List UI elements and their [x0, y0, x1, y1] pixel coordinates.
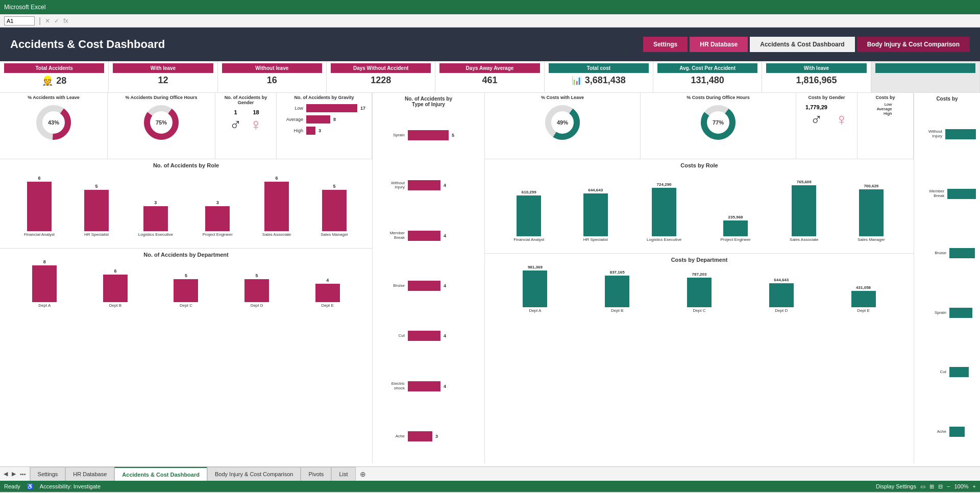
kpi-avg-cost: Avg. Cost Per Accident 131,480: [653, 61, 762, 92]
cost-bar-sales-assoc: [792, 185, 816, 236]
cost-injury-bruise: Bruise: [918, 248, 976, 258]
accidents-gender-title: No. of Accidents by Gender: [217, 95, 274, 105]
kpi-days-without-value: 1228: [331, 75, 431, 86]
status-right: Display Settings ▭ ⊞ ⊟ − 100% +: [876, 483, 976, 490]
status-ready: Ready: [4, 483, 20, 489]
bar-financial-analyst: [27, 182, 52, 231]
costs-gender-title: Costs by Gender: [808, 95, 845, 100]
view-normal-icon[interactable]: ▭: [920, 483, 925, 490]
injury-bruise: Bruise 4: [377, 281, 480, 291]
tab-list[interactable]: List: [331, 467, 355, 481]
cost-bar-dept-e: [851, 291, 876, 307]
kpi-row: Total Accidents 👷 28 With leave 12 Witho…: [0, 61, 980, 93]
formula-input[interactable]: [72, 18, 976, 24]
costs-office-title: % Costs During Office Hours: [687, 95, 750, 100]
role-logistics-executive: 3 Logistics Executive: [138, 200, 173, 237]
view-page-icon[interactable]: ⊟: [938, 483, 943, 490]
tab-settings[interactable]: Settings: [30, 467, 66, 481]
kpi-cost-extra-label: [875, 63, 975, 73]
cost-injury-ache: Ache: [918, 427, 976, 437]
cost-injury-member: Member Break: [918, 189, 976, 199]
tab-pivots[interactable]: Pivots: [301, 467, 331, 481]
zoom-level: 100%: [954, 483, 968, 489]
accidents-leave-donut: 43%: [33, 102, 74, 143]
gravity-avg-bar: [306, 115, 330, 124]
kpi-without-leave-label: Without leave: [222, 63, 322, 73]
male-item: 1 ♂: [230, 109, 242, 134]
costs-by-role-chart: 610,299 Financial Analyst 644,643 HR Spe…: [490, 170, 909, 242]
bar-ache: [408, 431, 432, 441]
nav-body-injury-button[interactable]: Body Injury & Cost Comparison: [857, 37, 970, 52]
costs-by-dept-title: Costs by Department: [490, 257, 909, 263]
kpi-without-leave-value: 16: [222, 75, 322, 86]
cost-role-sales-mgr: 700,629 Sales Manager: [857, 184, 885, 242]
cost-injury-without: Without Injury: [918, 129, 976, 139]
view-layout-icon[interactable]: ⊞: [929, 483, 934, 490]
cost-male-item: 1,779,29 ♂: [805, 104, 827, 129]
injury-types-title: No. of Accidents byType of Injury: [373, 93, 484, 108]
nav-accidents-cost-button[interactable]: Accidents & Cost Dashboard: [750, 37, 854, 52]
tab-body-injury[interactable]: Body Injury & Cost Comparison: [207, 467, 301, 481]
cost-bar-without-injury: [945, 129, 976, 139]
cost-role-hr: 644,643 HR Specialist: [583, 188, 608, 242]
tab-add-button[interactable]: ⊕: [356, 467, 370, 481]
dashboard-title: Accidents & Cost Dashboard: [10, 38, 165, 51]
cost-role-sales-assoc: 765,609 Sales Associate: [790, 180, 818, 242]
nav-settings-button[interactable]: Settings: [643, 37, 688, 52]
cost-injury-sprain: Sprain: [918, 308, 976, 318]
bar-bruise: [408, 281, 440, 291]
costs-by-role-section: Costs by Role 610,299 Financial Analyst …: [485, 159, 914, 254]
cost-bar-member-break: [947, 189, 976, 199]
cancel-icon[interactable]: ✕: [45, 17, 50, 24]
role-financial-analyst: 6 Financial Analyst: [24, 176, 55, 237]
gravity-low: Low 17: [283, 104, 365, 112]
kpi-days-away-label: Days Away Average: [439, 63, 540, 73]
tab-scroll-left[interactable]: ◀: [2, 471, 9, 477]
cost-bar-bruise: [949, 248, 975, 258]
kpi-days-without-label: Days Without Accident: [331, 63, 431, 73]
kpi-days-without-accident: Days Without Accident 1228: [327, 61, 435, 92]
function-icon[interactable]: fx: [63, 17, 68, 24]
cell-reference[interactable]: A1: [4, 16, 35, 26]
worker-icon: 👷: [42, 75, 53, 86]
male-count: 1: [230, 109, 242, 115]
cost-dept-b: 837,165 Dept B: [605, 270, 629, 313]
gravity-chart: Low 17 Average 8 High 3: [279, 102, 370, 137]
bar-sales-associate: [264, 182, 289, 231]
tab-scroll-right[interactable]: ▶: [10, 471, 17, 477]
status-accessibility: Accessibility: Investigate: [40, 483, 101, 489]
dept-e: 4 Dept E: [315, 278, 340, 308]
costs-injury-labels: Low Average High: [877, 102, 894, 116]
cost-bar-sprain: [949, 308, 972, 318]
cost-bar-project: [723, 220, 748, 236]
costs-injury-type-panel: Costs by Without Injury Member Break Bru…: [914, 93, 980, 463]
female-icon: ♀: [250, 115, 262, 134]
cost-bar-ache: [949, 427, 965, 437]
kpi-cost-with-leave: With leave 1,816,965: [762, 61, 871, 92]
injury-ache: Ache 3: [377, 431, 480, 441]
accidents-office-donut: 75%: [141, 102, 182, 143]
costs-injury-chart: Without Injury Member Break Bruise Sprai…: [914, 103, 980, 463]
confirm-icon[interactable]: ✓: [54, 17, 59, 24]
bar-logistics-executive: [143, 206, 168, 231]
kpi-cost-with-leave-value: 1,816,965: [766, 75, 866, 86]
bar-member-break: [408, 231, 440, 241]
tab-dots[interactable]: •••: [18, 471, 28, 477]
zoom-in-button[interactable]: +: [973, 483, 976, 489]
cost-female-icon: ♀: [836, 110, 848, 129]
accidents-by-role-title: No. of Accidents by Role: [5, 162, 367, 168]
bar-project-engineer: [205, 206, 230, 231]
cost-bar-cut: [949, 367, 969, 377]
app-title: Microsoft Excel: [4, 4, 45, 11]
cost-dept-c: 787,203 Dept C: [687, 272, 712, 313]
nav-buttons: Settings HR Database Accidents & Cost Da…: [643, 37, 970, 52]
bar-dept-a: [32, 265, 57, 302]
zoom-out-button[interactable]: −: [947, 483, 950, 489]
tab-accidents-cost-dashboard[interactable]: Accidents & Cost Dashboard: [114, 467, 207, 481]
nav-hr-database-button[interactable]: HR Database: [690, 37, 748, 52]
display-settings[interactable]: Display Settings: [876, 483, 916, 489]
bar-sprain: [408, 130, 449, 140]
kpi-avg-cost-label: Avg. Cost Per Accident: [657, 63, 757, 73]
tab-hr-database[interactable]: HR Database: [65, 467, 114, 481]
kpi-cost-extra: [871, 61, 980, 92]
